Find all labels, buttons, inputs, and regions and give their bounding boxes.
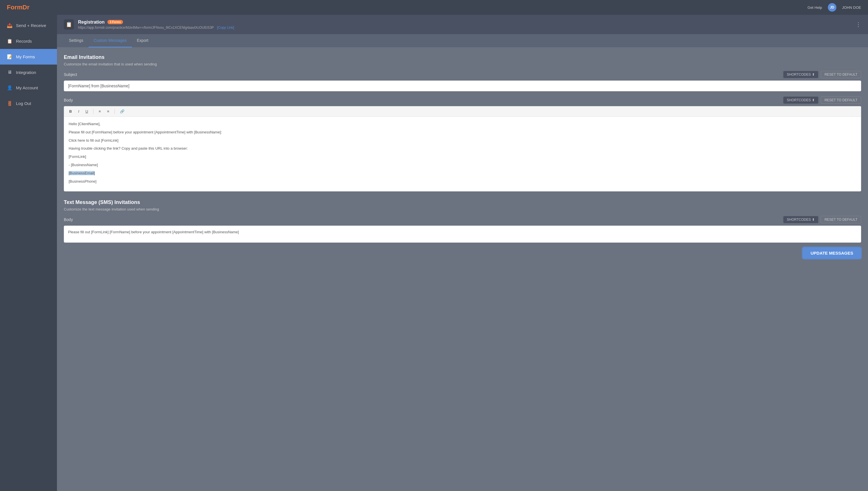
body-line-5: [FormLink] <box>69 154 856 160</box>
content-area: 📋 Registration 3 Forms https://app.formd… <box>57 15 868 491</box>
editor-toolbar: B I U ≡ ≡ 🔗 <box>64 106 861 116</box>
toolbar-separator <box>93 109 93 114</box>
send-receive-icon: 📤 <box>7 23 12 28</box>
my-account-icon: 👤 <box>7 85 12 90</box>
body-field-row: Body SHORTCODES ⬆ RESET TO DEFAULT <box>64 96 861 104</box>
sms-field-actions: SHORTCODES ⬆ RESET TO DEFAULT <box>783 216 861 223</box>
tab-export[interactable]: Export <box>132 34 154 48</box>
records-icon: 📋 <box>7 38 12 44</box>
integration-icon: 🖥 <box>7 70 12 75</box>
main-layout: 📤 Send + Receive 📋 Records 📝 My Forms 🖥 … <box>0 15 868 491</box>
form-url-text: https://app.formdr.com/practice/Mzk4Mw==… <box>78 26 214 30</box>
body-shortcodes-button[interactable]: SHORTCODES ⬆ <box>783 96 818 104</box>
my-forms-icon: 📝 <box>7 54 12 59</box>
subject-field-actions: SHORTCODES ⬆ RESET TO DEFAULT <box>783 71 861 78</box>
sms-shortcodes-button[interactable]: SHORTCODES ⬆ <box>783 216 818 223</box>
user-avatar: JD <box>828 3 836 12</box>
sidebar-label-my-account: My Account <box>16 85 38 90</box>
body-shortcodes-label: SHORTCODES <box>787 98 811 102</box>
body-reset-button[interactable]: RESET TO DEFAULT <box>821 96 861 104</box>
sidebar-label-integration: Integration <box>16 70 36 75</box>
email-invitations-title: Email Invitations <box>64 54 861 60</box>
top-nav: FormDr Get Help JD JOHN DOE <box>0 0 868 15</box>
body-line-6: - [BusinessName] <box>69 162 856 168</box>
body-field-actions: SHORTCODES ⬆ RESET TO DEFAULT <box>783 96 861 104</box>
more-options-button[interactable]: ⋮ <box>856 21 861 28</box>
sms-reset-button[interactable]: RESET TO DEFAULT <box>821 216 861 223</box>
subject-field-row: Subject SHORTCODES ⬆ RESET TO DEFAULT <box>64 71 861 78</box>
tab-settings[interactable]: Settings <box>64 34 88 48</box>
copy-link[interactable]: [Copy Link] <box>217 26 234 30</box>
sms-body-label: Body <box>64 217 73 222</box>
sms-shortcodes-chevron-icon: ⬆ <box>812 218 815 222</box>
logo-dr: Dr <box>23 4 29 11</box>
form-url: https://app.formdr.com/practice/Mzk4Mw==… <box>78 26 234 30</box>
log-out-icon: 🚪 <box>7 101 12 106</box>
ordered-list-button[interactable]: ≡ <box>105 108 112 115</box>
sidebar-item-log-out[interactable]: 🚪 Log Out <box>0 95 57 111</box>
main-content: Email Invitations Customize the email in… <box>57 48 868 266</box>
body-line-1: Hello [ClientName], <box>69 121 856 127</box>
sms-shortcodes-label: SHORTCODES <box>787 218 811 222</box>
sidebar-label-log-out: Log Out <box>16 101 31 106</box>
tab-custom-messages[interactable]: Custom Messages <box>88 34 132 48</box>
sms-section: Text Message (SMS) Invitations Customize… <box>64 199 861 243</box>
body-label: Body <box>64 98 73 103</box>
sidebar-label-records: Records <box>16 39 32 44</box>
tabs: Settings Custom Messages Export <box>57 34 868 48</box>
toolbar-separator-2 <box>114 109 115 114</box>
body-line-3: Click here to fill out [FormLink] <box>69 138 856 144</box>
sms-title: Text Message (SMS) Invitations <box>64 199 861 205</box>
body-line-7: [BusinessEmail] <box>69 170 856 176</box>
form-header: 📋 Registration 3 Forms https://app.formd… <box>57 15 868 34</box>
form-title: Registration 3 Forms <box>78 20 234 25</box>
highlighted-business-email: [BusinessEmail] <box>69 171 95 175</box>
subject-shortcodes-button[interactable]: SHORTCODES ⬆ <box>783 71 818 78</box>
form-title-group: Registration 3 Forms https://app.formdr.… <box>78 20 234 30</box>
sidebar-label-send-receive: Send + Receive <box>16 23 46 28</box>
forms-badge: 3 Forms <box>107 20 123 24</box>
body-line-2: Please fill out [FormName] before your a… <box>69 129 856 136</box>
unordered-list-button[interactable]: ≡ <box>96 108 103 115</box>
shortcodes-chevron-icon: ⬆ <box>812 73 815 77</box>
body-line-8: [BusinessPhone] <box>69 179 856 184</box>
sms-body-field-row: Body SHORTCODES ⬆ RESET TO DEFAULT <box>64 216 861 223</box>
subject-input[interactable] <box>64 81 861 91</box>
user-name[interactable]: JOHN DOE <box>842 5 861 10</box>
sidebar-item-my-forms[interactable]: 📝 My Forms <box>0 49 57 64</box>
subject-label: Subject <box>64 72 77 77</box>
underline-button[interactable]: U <box>83 108 90 115</box>
get-help-link[interactable]: Get Help <box>808 5 822 10</box>
body-shortcodes-chevron-icon: ⬆ <box>812 98 815 102</box>
subject-shortcodes-label: SHORTCODES <box>787 73 811 77</box>
sidebar-item-send-receive[interactable]: 📤 Send + Receive <box>0 18 57 33</box>
link-button[interactable]: 🔗 <box>118 108 127 115</box>
sidebar-item-records[interactable]: 📋 Records <box>0 33 57 49</box>
form-icon: 📋 <box>64 19 74 30</box>
sidebar-item-integration[interactable]: 🖥 Integration <box>0 64 57 80</box>
bold-button[interactable]: B <box>67 108 74 115</box>
subject-reset-button[interactable]: RESET TO DEFAULT <box>821 71 861 78</box>
form-header-left: 📋 Registration 3 Forms https://app.formd… <box>64 19 234 30</box>
top-nav-right: Get Help JD JOHN DOE <box>808 3 861 12</box>
logo-form: Form <box>7 4 23 11</box>
sidebar-label-my-forms: My Forms <box>16 54 35 59</box>
update-btn-row: UPDATE MESSAGES <box>64 247 861 259</box>
body-line-4: Having trouble clicking the link? Copy a… <box>69 146 856 152</box>
italic-button[interactable]: I <box>76 108 81 115</box>
sms-desc: Customize the text message invitation us… <box>64 207 861 211</box>
sidebar-item-my-account[interactable]: 👤 My Account <box>0 80 57 95</box>
sidebar: 📤 Send + Receive 📋 Records 📝 My Forms 🖥 … <box>0 15 57 491</box>
email-invitations-desc: Customize the email invitation that is u… <box>64 62 861 66</box>
sms-body-editor[interactable]: Please fill out [FormLink] [FormName] be… <box>64 226 861 243</box>
email-body-editor[interactable]: Hello [ClientName], Please fill out [For… <box>64 116 861 192</box>
update-messages-button[interactable]: UPDATE MESSAGES <box>803 247 861 259</box>
form-title-text: Registration <box>78 20 105 25</box>
logo: FormDr <box>7 4 29 11</box>
